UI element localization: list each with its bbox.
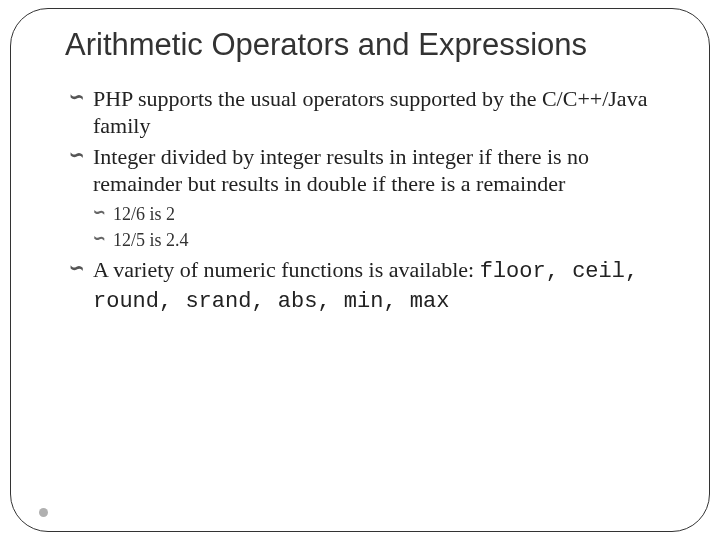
bullet-item: A variety of numeric functions is availa… (71, 256, 661, 315)
footer-dot-icon (39, 508, 48, 517)
sub-bullet-item: 12/5 is 2.4 (93, 228, 661, 252)
slide-frame: Arithmetic Operators and Expressions PHP… (10, 8, 710, 532)
bullet-item: Integer divided by integer results in in… (71, 143, 661, 253)
bullet-text: PHP supports the usual operators support… (93, 86, 647, 139)
sub-bullet-list: 12/6 is 2 12/5 is 2.4 (93, 202, 661, 253)
slide-title: Arithmetic Operators and Expressions (65, 27, 661, 63)
sub-bullet-item: 12/6 is 2 (93, 202, 661, 226)
bullet-text-prefix: A variety of numeric functions is availa… (93, 257, 480, 282)
bullet-item: PHP supports the usual operators support… (71, 85, 661, 140)
bullet-text: Integer divided by integer results in in… (93, 144, 589, 197)
bullet-list: PHP supports the usual operators support… (71, 85, 661, 316)
